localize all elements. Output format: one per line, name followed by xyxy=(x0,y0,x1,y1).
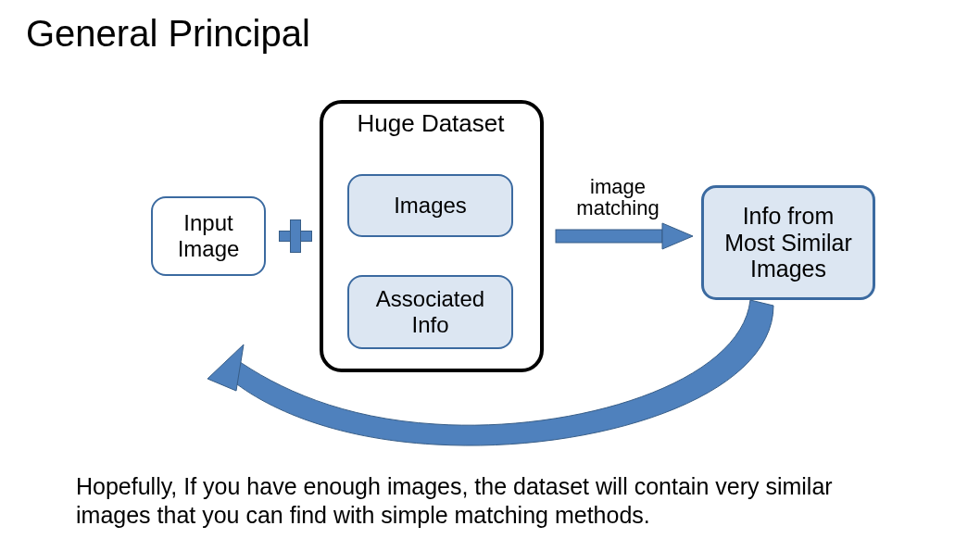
svg-marker-1 xyxy=(662,223,693,249)
svg-marker-2 xyxy=(207,344,244,391)
images-box: Images xyxy=(347,174,513,237)
info-from-similar-label: Info fromMost SimilarImages xyxy=(724,203,852,282)
image-matching-label: imagematching xyxy=(567,176,669,219)
plus-icon xyxy=(279,219,310,251)
input-image-box: InputImage xyxy=(151,196,266,276)
footer-text: Hopefully, If you have enough images, th… xyxy=(76,472,910,531)
images-label: Images xyxy=(394,193,467,219)
associated-info-label: AssociatedInfo xyxy=(376,286,484,337)
info-from-similar-box: Info fromMost SimilarImages xyxy=(701,185,875,300)
slide-title: General Principal xyxy=(26,13,310,55)
matching-arrow-icon xyxy=(556,223,693,249)
huge-dataset-title: Huge Dataset xyxy=(333,109,528,138)
associated-info-box: AssociatedInfo xyxy=(347,275,513,349)
input-image-label: InputImage xyxy=(178,210,240,261)
svg-rect-0 xyxy=(556,230,662,243)
